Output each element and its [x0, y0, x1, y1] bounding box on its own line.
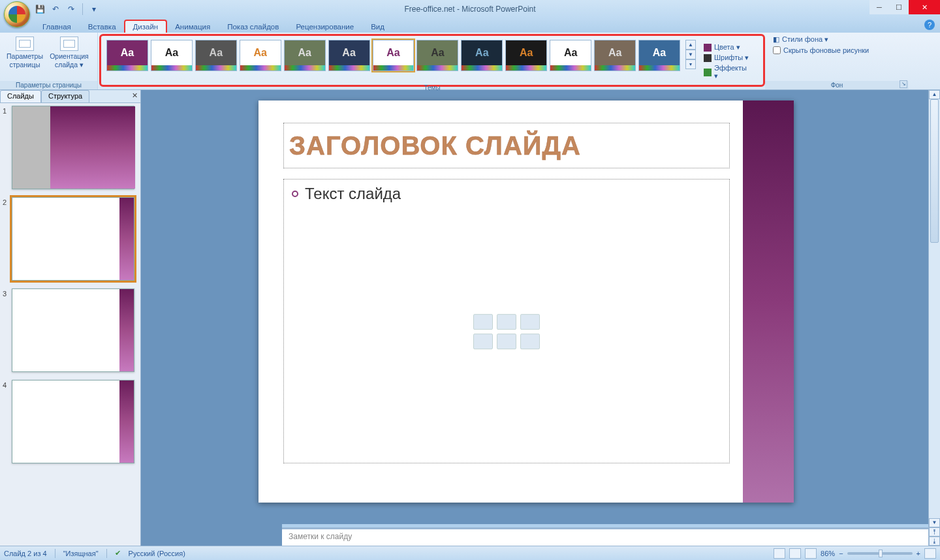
- tab-insert[interactable]: Вставка: [80, 20, 125, 33]
- theme-thumb[interactable]: Aa: [151, 40, 193, 71]
- thumb-row: 3: [3, 288, 138, 372]
- vertical-scrollbar[interactable]: ▲ ▼ ⭱ ⭳: [928, 90, 940, 546]
- tab-slideshow[interactable]: Показ слайдов: [219, 20, 287, 33]
- insert-media-icon[interactable]: [520, 334, 540, 349]
- insert-table-icon[interactable]: [473, 314, 493, 330]
- status-bar: Слайд 2 из 4 "Изящная" ✔ Русский (Россия…: [0, 546, 940, 560]
- effects-icon: [704, 69, 712, 76]
- slide-thumbnail[interactable]: [12, 380, 134, 463]
- status-sep: [106, 549, 107, 558]
- body-placeholder[interactable]: Текст слайда: [283, 179, 730, 463]
- theme-fonts-button[interactable]: Шрифты ▾: [702, 53, 754, 63]
- undo-icon[interactable]: ↶: [50, 3, 61, 15]
- redo-icon[interactable]: ↷: [65, 3, 77, 15]
- hide-background-checkbox[interactable]: Скрыть фоновые рисунки: [773, 46, 901, 54]
- body-line: Текст слайда: [292, 185, 721, 203]
- panel-tab-slides[interactable]: Слайды: [0, 90, 41, 102]
- themes-highlight-box: AaAaAaAaAaAaAaAaAaAaAaAaAa▲▼▾Цвета ▾Шриф…: [99, 34, 765, 87]
- zoom-knob[interactable]: [879, 550, 883, 557]
- tab-home[interactable]: Главная: [34, 20, 80, 33]
- title-bar: 💾 ↶ ↷ ▾ Free-office.net - Microsoft Powe…: [0, 0, 940, 18]
- window-buttons: ─ ☐ ✕: [870, 0, 940, 14]
- themes-scroll-button[interactable]: ▲: [685, 40, 696, 50]
- group-page-setup: Параметры страницы Ориентация слайда ▾ П…: [0, 33, 98, 89]
- help-icon[interactable]: ?: [924, 20, 935, 30]
- status-language[interactable]: Русский (Россия): [129, 550, 185, 557]
- tab-review[interactable]: Рецензирование: [287, 20, 362, 33]
- fit-to-window-button[interactable]: [924, 548, 936, 559]
- page-setup-label: Параметры страницы: [7, 52, 43, 69]
- scroll-up-button[interactable]: ▲: [929, 90, 940, 99]
- status-right: 86% − +: [774, 548, 936, 559]
- office-button[interactable]: [4, 1, 30, 27]
- notes-placeholder-text: Заметки к слайду: [289, 532, 352, 541]
- theme-thumb[interactable]: Aa: [373, 40, 415, 71]
- view-sorter-button[interactable]: [789, 548, 801, 559]
- theme-thumb[interactable]: Aa: [328, 40, 370, 71]
- next-slide-button[interactable]: ⭳: [929, 537, 940, 546]
- minimize-button[interactable]: ─: [870, 0, 889, 14]
- close-button[interactable]: ✕: [909, 0, 940, 14]
- fonts-icon: [704, 54, 712, 62]
- zoom-in-button[interactable]: +: [916, 550, 920, 557]
- scroll-thumb[interactable]: [930, 99, 939, 243]
- view-normal-button[interactable]: [774, 548, 785, 559]
- scroll-down-button[interactable]: ▼: [929, 518, 940, 527]
- zoom-percent[interactable]: 86%: [821, 550, 835, 557]
- spellcheck-icon[interactable]: ✔: [115, 549, 121, 557]
- themes-scroll-button[interactable]: ▼: [685, 50, 696, 59]
- title-placeholder[interactable]: ЗАГОЛОВОК СЛАЙДА: [283, 123, 730, 168]
- thumb-number: 1: [3, 106, 9, 115]
- insert-picture-icon[interactable]: [473, 334, 493, 349]
- save-icon[interactable]: 💾: [34, 3, 46, 15]
- group-background: ◧ Стили фона ▾ Скрыть фоновые рисунки Фо…: [765, 33, 909, 89]
- panel-close-icon[interactable]: ✕: [132, 91, 138, 100]
- theme-thumb[interactable]: Aa: [416, 40, 458, 71]
- orientation-icon: [60, 37, 78, 51]
- content-placeholder-icons[interactable]: [473, 314, 540, 349]
- prev-slide-button[interactable]: ⭱: [929, 527, 940, 537]
- view-slideshow-button[interactable]: [805, 548, 817, 559]
- themes-more-button[interactable]: ▾: [685, 59, 696, 69]
- theme-colors-button[interactable]: Цвета ▾: [702, 42, 754, 52]
- tab-view[interactable]: Вид: [362, 20, 393, 33]
- palette-icon: ◧: [773, 35, 779, 44]
- insert-smartart-icon[interactable]: [520, 314, 540, 330]
- notes-pane[interactable]: Заметки к слайду: [282, 527, 928, 546]
- slide-canvas-area: ЗАГОЛОВОК СЛАЙДА Текст слайда Замет: [141, 90, 940, 546]
- slide-thumbnail[interactable]: [12, 106, 134, 189]
- tab-animation[interactable]: Анимация: [166, 20, 219, 33]
- theme-thumb[interactable]: Aa: [505, 40, 547, 71]
- slide-canvas[interactable]: ЗАГОЛОВОК СЛАЙДА Текст слайда: [258, 101, 794, 503]
- background-dialog-launcher[interactable]: ↘: [900, 80, 907, 88]
- theme-thumb[interactable]: Aa: [638, 40, 680, 71]
- theme-thumb[interactable]: Aa: [106, 40, 148, 71]
- hide-bg-label: Скрыть фоновые рисунки: [783, 46, 869, 54]
- slide-thumbnail[interactable]: [12, 288, 134, 372]
- theme-thumb[interactable]: Aa: [594, 40, 636, 71]
- panel-tab-outline[interactable]: Структура: [41, 90, 89, 102]
- qat-customize-icon[interactable]: ▾: [88, 3, 100, 15]
- insert-clipart-icon[interactable]: [497, 334, 516, 349]
- theme-thumb[interactable]: Aa: [284, 40, 326, 71]
- zoom-slider[interactable]: [847, 552, 913, 555]
- background-styles-label: Стили фона ▾: [782, 35, 828, 44]
- background-styles-button[interactable]: ◧ Стили фона ▾: [773, 35, 901, 44]
- status-theme: "Изящная": [63, 550, 99, 557]
- theme-thumb[interactable]: Aa: [550, 40, 591, 71]
- maximize-button[interactable]: ☐: [889, 0, 909, 14]
- tab-design[interactable]: Дизайн: [125, 20, 167, 33]
- page-setup-icon: [16, 37, 34, 51]
- zoom-out-button[interactable]: −: [839, 550, 843, 557]
- slide-thumbnail[interactable]: [12, 197, 134, 281]
- insert-chart-icon[interactable]: [497, 314, 516, 330]
- thumb-number: 3: [3, 288, 9, 298]
- status-slide-number: Слайд 2 из 4: [4, 550, 47, 557]
- slide-accent-stripe: [743, 101, 794, 503]
- hide-bg-input[interactable]: [773, 46, 781, 54]
- theme-thumb[interactable]: Aa: [195, 40, 237, 71]
- theme-thumb[interactable]: Aa: [240, 40, 281, 71]
- theme-effects-button[interactable]: Эффекты ▾: [702, 63, 754, 81]
- thumb-row: 1: [3, 106, 138, 189]
- theme-thumb[interactable]: Aa: [461, 40, 503, 71]
